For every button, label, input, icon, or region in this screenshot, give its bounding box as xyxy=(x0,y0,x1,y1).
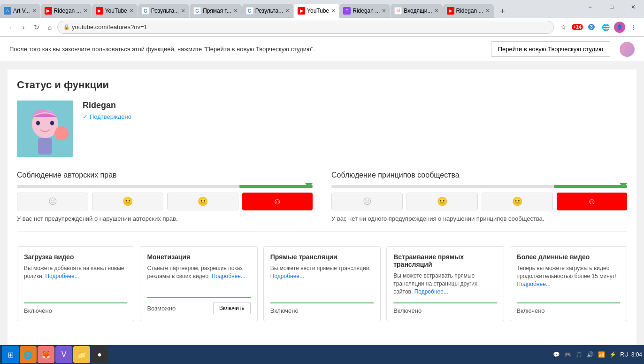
globe-icon[interactable]: 🌐 xyxy=(600,22,611,33)
c-status-icon-3: 😐 xyxy=(482,193,553,210)
tab-youtube1[interactable]: ▶ YouTube ✕ xyxy=(92,4,138,18)
back-button[interactable]: ‹ xyxy=(5,22,16,33)
close-button[interactable]: ✕ xyxy=(622,0,644,14)
taskbar-viber-icon[interactable]: V xyxy=(55,346,72,363)
status-icon-2: 😐 xyxy=(92,193,163,210)
svg-point-5 xyxy=(54,126,69,140)
tray-icon-3: 🎵 xyxy=(574,350,583,359)
community-status-icons: ☹ 😐 😐 ☺ xyxy=(331,193,627,210)
tab-results1-close[interactable]: ✕ xyxy=(181,8,185,14)
tab-youtube2-close[interactable]: ✕ xyxy=(331,8,336,14)
yt-favicon-4: ▶ xyxy=(447,7,454,15)
taskbar-right: 💬 🎮 🎵 🔊 📶 ⚡ RU 3:04 xyxy=(552,350,642,359)
cseg4 xyxy=(554,185,627,188)
feature-desc-4: Теперь вы можете загружать видео продолж… xyxy=(517,264,620,297)
tab-results1[interactable]: G Результа... ✕ xyxy=(138,4,189,18)
yt-favicon-1: ▶ xyxy=(45,7,52,15)
tab-ridegan3[interactable]: ▶ Ridegan ... ✕ xyxy=(443,4,494,18)
feature-footer-2: Включено xyxy=(270,302,374,314)
tray-icon-6: ⚡ xyxy=(608,350,617,359)
feature-status-3: Включено xyxy=(393,307,422,314)
feature-link-3[interactable]: Подробнее... xyxy=(414,288,448,295)
tab-ridegan2[interactable]: T Ridegan ... ✕ xyxy=(339,4,390,18)
google-favicon-2: G xyxy=(193,7,201,15)
tab-youtube1-close[interactable]: ✕ xyxy=(129,8,134,14)
svg-point-2 xyxy=(36,121,40,125)
tab-pryamaya[interactable]: G Прямая т... ✕ xyxy=(190,4,242,18)
reload-button[interactable]: ↻ xyxy=(31,22,42,33)
minimize-button[interactable]: − xyxy=(579,0,601,14)
channel-info: Ridegan ✓ Подтверждено xyxy=(83,101,131,120)
copyright-indicator xyxy=(305,183,313,188)
feature-status-0: Включено xyxy=(24,307,52,314)
feature-card-0: Загрузка видео Вы можете добавлять на ка… xyxy=(17,246,134,321)
tab-ridegan2-close[interactable]: ✕ xyxy=(382,8,386,14)
system-tray: 💬 🎮 🎵 🔊 📶 ⚡ xyxy=(552,350,617,359)
bookmark-icon[interactable]: ☆ xyxy=(558,22,569,33)
tab-pryamaya-close[interactable]: ✕ xyxy=(233,8,238,14)
tab-artv-label: Art V... xyxy=(13,8,30,14)
taskbar-app-icon[interactable]: ● xyxy=(91,346,108,363)
url-bar[interactable]: 🔒 youtube.com/features?nv=1 xyxy=(57,21,554,34)
feature-status-1: Возможно xyxy=(147,305,176,312)
tab-youtube1-label: YouTube xyxy=(105,8,127,14)
c-status-icon-1: ☹ xyxy=(331,193,403,210)
taskbar-files-icon[interactable]: 📁 xyxy=(73,346,90,363)
tab-ridegan1-label: Ridegan ... xyxy=(54,8,81,14)
feature-link-1[interactable]: Подробнее... xyxy=(212,273,245,279)
forward-button[interactable]: › xyxy=(18,22,29,33)
yt-badge-blue[interactable]: 3 xyxy=(586,22,597,33)
tab-results2-label: Результа... xyxy=(255,8,283,14)
feature-title-2: Прямые трансляции xyxy=(270,253,374,261)
tab-artv-close[interactable]: ✕ xyxy=(32,8,37,14)
artv-favicon: A xyxy=(4,7,11,15)
go-to-studio-button[interactable]: Перейти в новую Творческую студию xyxy=(491,41,610,57)
start-button[interactable]: ⊞ xyxy=(2,346,19,363)
tab-gmail-close[interactable]: ✕ xyxy=(434,8,439,14)
seg4 xyxy=(239,185,313,188)
compliance-section: Соблюдение авторских прав ☹ 😐 😐 ☺ У вас … xyxy=(17,171,627,232)
channel-verified: ✓ Подтверждено xyxy=(83,113,131,120)
copyright-status-icons: ☹ 😐 😐 ☺ xyxy=(17,193,313,210)
tab-results2[interactable]: G Результа... ✕ xyxy=(242,4,293,18)
tab-results2-close[interactable]: ✕ xyxy=(285,8,290,14)
feature-link-2[interactable]: Подробнее... xyxy=(270,273,304,279)
feature-card-1: Монетизация Станьте партнером, разрешив … xyxy=(140,246,257,321)
feature-desc-0: Вы можете добавлять на канал новые ролик… xyxy=(24,264,127,297)
feature-link-0[interactable]: Подробнее... xyxy=(45,273,79,279)
menu-icon[interactable]: ⋮ xyxy=(628,22,639,33)
checkmark-icon: ✓ xyxy=(83,113,88,120)
new-tab-button[interactable]: + xyxy=(496,5,509,18)
feature-cards: Загрузка видео Вы можете добавлять на ка… xyxy=(17,246,627,321)
profile-avatar[interactable]: 👤 xyxy=(614,22,625,33)
yt-badge-red[interactable]: +14 xyxy=(572,22,583,33)
community-section: Соблюдение принципов сообщества ☹ 😐 😐 ☺ … xyxy=(331,171,627,222)
tab-ridegan3-close[interactable]: ✕ xyxy=(485,8,490,14)
community-progress xyxy=(331,185,627,188)
tray-icon-2: 🎮 xyxy=(563,350,572,359)
feature-desc-2: Вы можете вести прямые трансляции. Подро… xyxy=(270,264,374,297)
home-button[interactable]: ⌂ xyxy=(44,22,55,33)
taskbar-browser-icon[interactable]: 🌐 xyxy=(20,346,37,363)
taskbar: ⊞ 🌐 🦊 V 📁 ● 💬 🎮 🎵 🔊 📶 ⚡ RU 3:04 xyxy=(0,345,644,364)
feature-enable-btn-1[interactable]: Включить xyxy=(213,302,251,314)
tab-bar: A Art V... ✕ ▶ Ridegan ... ✕ ▶ YouTube ✕… xyxy=(0,0,644,18)
notification-avatar xyxy=(620,42,635,57)
feature-status-4: Включено xyxy=(517,307,545,314)
tab-gmail[interactable]: M Входящи... ✕ xyxy=(391,4,442,18)
feature-title-0: Загрузка видео xyxy=(24,253,127,261)
tab-ridegan1[interactable]: ▶ Ridegan ... ✕ xyxy=(41,4,92,18)
community-indicator xyxy=(620,183,627,188)
tab-artv[interactable]: A Art V... ✕ xyxy=(0,4,40,18)
feature-status-2: Включено xyxy=(270,307,299,314)
tab-ridegan1-close[interactable]: ✕ xyxy=(83,8,88,14)
tab-youtube2[interactable]: ▶ YouTube ✕ xyxy=(294,4,339,18)
tray-icon-4: 🔊 xyxy=(585,350,595,359)
feature-link-4[interactable]: Подробнее... xyxy=(517,281,551,287)
yt-count-blue: 3 xyxy=(588,24,595,30)
seg1 xyxy=(17,185,90,188)
yt-count-red: +14 xyxy=(572,24,583,30)
maximize-button[interactable]: □ xyxy=(601,0,622,14)
taskbar-firefox-icon[interactable]: 🦊 xyxy=(38,346,54,363)
community-progress-track xyxy=(331,185,627,188)
